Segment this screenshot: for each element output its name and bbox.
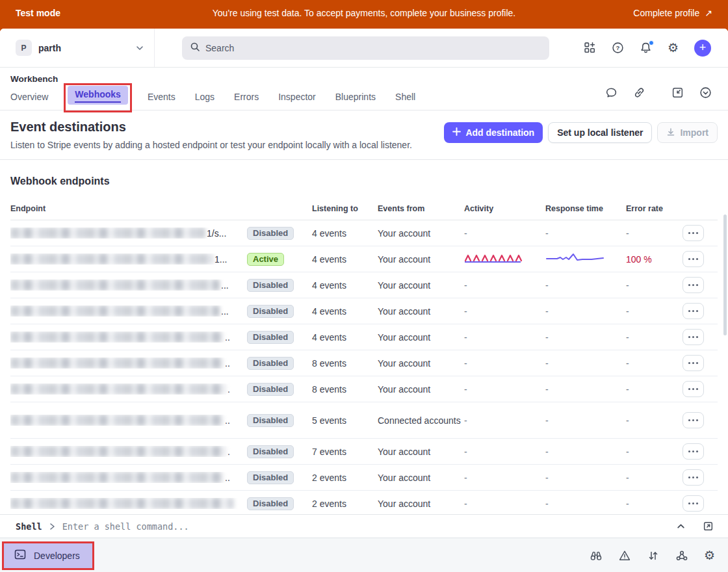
table-row[interactable]: .. Disabled 4 events Your account - - - bbox=[10, 324, 718, 350]
redacted-endpoint bbox=[10, 254, 213, 265]
tab-webhooks[interactable]: Webhooks bbox=[68, 86, 128, 105]
shell-prompt-icon bbox=[49, 522, 57, 531]
table-row[interactable]: . Disabled 8 events Your account - - - bbox=[10, 376, 718, 402]
warning-triangle-icon[interactable] bbox=[618, 549, 631, 562]
ellipsis-icon bbox=[692, 232, 694, 234]
endpoint-suffix: .. bbox=[225, 358, 230, 369]
row-menu-button[interactable] bbox=[682, 381, 704, 397]
row-menu-button[interactable] bbox=[682, 225, 704, 241]
shell-label: Shell bbox=[16, 521, 42, 532]
endpoint-cell: ... bbox=[10, 280, 247, 291]
table-row[interactable]: Disabled 2 events Your account - - - bbox=[10, 491, 718, 514]
status-badge: Disabled bbox=[247, 305, 294, 318]
workbench-title: Workbench bbox=[10, 74, 415, 84]
notifications-bell-icon[interactable] bbox=[640, 42, 652, 54]
activity-cell: - bbox=[464, 306, 545, 317]
search-input[interactable]: Search bbox=[182, 36, 549, 60]
listening-cell: 2 events bbox=[312, 499, 378, 509]
endpoint-suffix: ... bbox=[221, 280, 229, 291]
find-binoculars-icon[interactable] bbox=[590, 549, 603, 562]
svg-text:?: ? bbox=[616, 44, 620, 51]
status-cell: Disabled bbox=[247, 497, 312, 510]
main-sheet: P parth Search ? bbox=[0, 29, 728, 572]
response-cell: - bbox=[545, 473, 626, 483]
endpoint-cell: ... bbox=[10, 306, 247, 317]
table-row[interactable]: 1/s... Disabled 4 events Your account - … bbox=[10, 220, 718, 246]
row-menu-button[interactable] bbox=[682, 277, 704, 293]
account-switcher[interactable]: P parth bbox=[0, 29, 155, 67]
endpoint-cell: .. bbox=[10, 415, 247, 426]
activity-cell: - bbox=[464, 280, 545, 291]
create-plus-button[interactable]: + bbox=[694, 40, 711, 57]
circle-chevron-down-icon[interactable] bbox=[699, 86, 712, 99]
row-menu-button[interactable] bbox=[682, 329, 704, 345]
table-row[interactable]: .. Disabled 8 events Your account - - - bbox=[10, 350, 718, 376]
apps-icon[interactable] bbox=[584, 42, 596, 54]
error-rate-cell: - bbox=[626, 447, 682, 457]
chevron-down-icon bbox=[136, 44, 144, 52]
table-row[interactable]: .. Disabled 5 events Connected accounts … bbox=[10, 402, 718, 439]
response-cell: - bbox=[545, 358, 626, 369]
ellipsis-icon bbox=[692, 258, 694, 260]
row-menu-button[interactable] bbox=[682, 251, 704, 267]
table-row[interactable]: 1... Active 4 events Your account 100 % bbox=[10, 246, 718, 272]
tab-shell[interactable]: Shell bbox=[395, 92, 415, 102]
link-icon[interactable] bbox=[633, 86, 645, 99]
tab-blueprints[interactable]: Blueprints bbox=[335, 92, 376, 102]
comment-icon[interactable] bbox=[605, 86, 618, 99]
chevron-up-icon[interactable] bbox=[676, 521, 686, 531]
tab-overview[interactable]: Overview bbox=[10, 92, 48, 102]
row-menu-button[interactable] bbox=[682, 412, 704, 428]
row-menu-button[interactable] bbox=[682, 355, 704, 371]
row-menu-button[interactable] bbox=[682, 303, 704, 319]
status-cell: Disabled bbox=[247, 383, 312, 396]
shell-command-input[interactable]: Enter a shell command... bbox=[62, 521, 189, 532]
response-cell: - bbox=[545, 447, 626, 457]
activity-cell: - bbox=[464, 473, 545, 483]
listening-cell: 4 events bbox=[312, 332, 378, 343]
error-rate-cell: - bbox=[626, 306, 682, 317]
import-button[interactable]: Import bbox=[657, 122, 718, 143]
page-header-text: Event destinations Listen to Stripe even… bbox=[10, 120, 412, 159]
ellipsis-icon bbox=[692, 476, 694, 478]
table-row[interactable]: ... Disabled 4 events Your account - - - bbox=[10, 298, 718, 324]
actions-cell bbox=[682, 495, 718, 512]
events-from-cell: Your account bbox=[378, 254, 464, 265]
row-menu-button[interactable] bbox=[682, 495, 704, 512]
terminal-icon bbox=[14, 548, 27, 563]
search-placeholder: Search bbox=[205, 43, 234, 53]
webhook-icon[interactable] bbox=[675, 549, 688, 562]
tab-errors[interactable]: Errors bbox=[234, 92, 259, 102]
settings-gear-icon[interactable]: ⚙ bbox=[668, 42, 679, 54]
sort-arrows-icon[interactable] bbox=[647, 549, 660, 562]
row-menu-button[interactable] bbox=[682, 443, 704, 460]
listening-cell: 8 events bbox=[312, 358, 378, 369]
tab-logs[interactable]: Logs bbox=[195, 92, 214, 102]
activity-cell: - bbox=[464, 499, 545, 509]
add-destination-button[interactable]: Add destination bbox=[444, 122, 543, 143]
table-row[interactable]: .. Disabled 2 events Your account - - - bbox=[10, 465, 718, 491]
response-sparkline-icon bbox=[545, 252, 605, 264]
actions-cell bbox=[682, 225, 718, 241]
tab-inspector[interactable]: Inspector bbox=[278, 92, 316, 102]
redacted-endpoint bbox=[10, 498, 234, 509]
footer-settings-gear-icon[interactable]: ⚙ bbox=[704, 549, 715, 562]
row-menu-button[interactable] bbox=[682, 469, 704, 486]
col-endpoint: Endpoint bbox=[10, 204, 312, 213]
local-listener-label: Set up local listener bbox=[557, 127, 643, 138]
collapse-window-icon[interactable] bbox=[671, 86, 684, 99]
endpoint-cell: .. bbox=[10, 358, 247, 369]
status-cell: Disabled bbox=[247, 471, 312, 484]
tab-events[interactable]: Events bbox=[148, 92, 176, 102]
response-cell: - bbox=[545, 280, 626, 291]
table-row[interactable]: . Disabled 7 events Your account - - - bbox=[10, 439, 718, 465]
table-scrollbar[interactable] bbox=[723, 214, 727, 335]
ellipsis-icon bbox=[692, 419, 694, 421]
local-listener-button[interactable]: Set up local listener bbox=[548, 122, 652, 143]
notification-dot bbox=[649, 40, 654, 46]
open-in-new-window-icon[interactable] bbox=[703, 521, 714, 532]
developers-button[interactable]: Developers bbox=[4, 543, 92, 568]
help-icon[interactable]: ? bbox=[612, 42, 624, 54]
complete-profile-link[interactable]: Complete profile ↗ bbox=[633, 8, 712, 18]
table-row[interactable]: ... Disabled 4 events Your account - - - bbox=[10, 272, 718, 298]
